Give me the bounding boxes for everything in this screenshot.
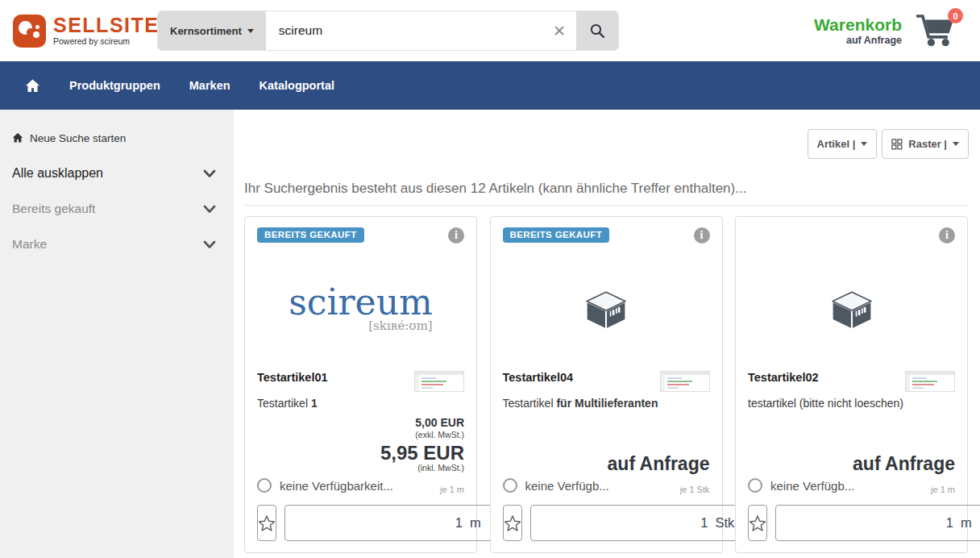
nav-item-produktgruppen[interactable]: Produktgruppen	[69, 79, 160, 92]
quantity-field[interactable]: m	[775, 505, 980, 541]
expand-all-toggle[interactable]: Alle ausklappen	[0, 156, 234, 191]
unit-label: Stk	[716, 515, 735, 531]
view-toolbar: Artikel | Raster |	[244, 129, 969, 159]
cart-label: Warenkorb	[814, 15, 902, 35]
expand-all-label: Alle ausklappen	[12, 166, 103, 181]
view-mode-label: Artikel |	[817, 138, 856, 150]
unit-label: m	[470, 515, 481, 531]
sellsite-logo-icon	[13, 15, 46, 48]
availability-text: keine Verfügb...	[770, 479, 854, 493]
home-icon	[12, 132, 23, 144]
search-scope-label: Kernsortiment	[170, 25, 242, 37]
nav-home[interactable]	[25, 78, 40, 94]
view-mode-button[interactable]: Artikel |	[808, 129, 878, 159]
price-on-request: auf Anfrage	[608, 454, 710, 473]
new-search-link[interactable]: Neue Suche starten	[0, 120, 234, 156]
results-area: Artikel | Raster | Ihr Suchergebnis best…	[234, 110, 980, 558]
package-box-icon	[584, 290, 628, 329]
main-nav: Produktgruppen Marken Katalogportal	[0, 61, 980, 110]
header: SELLSITE Powered by scireum Kernsortimen…	[0, 0, 980, 61]
product-grid: BEREITS GEKAUFT i scireum [skıʀé:ʊm] Tes…	[244, 216, 969, 553]
search-icon	[589, 23, 605, 39]
availability-indicator	[257, 478, 272, 493]
clear-search-button[interactable]: ✕	[542, 11, 576, 50]
product-title[interactable]: Testartikel02	[748, 371, 819, 384]
chevron-down-icon	[203, 204, 216, 214]
product-card[interactable]: i Testartikel02 testartikel (bitte nicht…	[735, 216, 968, 553]
caret-down-icon	[953, 142, 959, 146]
star-icon	[749, 514, 766, 532]
availability-indicator	[503, 478, 517, 493]
price-excl: 5,00 EUR	[415, 416, 464, 429]
price-incl-note: (inkl. MwSt.)	[417, 463, 464, 473]
unit-label: m	[961, 515, 972, 531]
price-block: auf Anfrage	[748, 413, 955, 473]
availability-text: keine Verfügbarkeit...	[280, 479, 393, 493]
availability-indicator	[748, 478, 762, 493]
chevron-down-icon	[203, 169, 216, 178]
info-icon[interactable]: i	[694, 227, 710, 244]
cart-icon[interactable]: 0	[914, 10, 959, 51]
per-unit-label: je 1 m	[440, 485, 464, 495]
favorite-button[interactable]	[748, 505, 767, 541]
filter-label: Bereits gekauft	[12, 202, 95, 216]
product-thumbnail[interactable]	[414, 371, 464, 392]
chevron-down-icon	[203, 239, 216, 249]
divider	[244, 205, 969, 206]
quantity-input[interactable]	[285, 515, 463, 531]
favorite-button[interactable]	[503, 505, 522, 541]
product-subtitle: Testartikel 1	[257, 397, 464, 413]
filter-label: Marke	[12, 237, 47, 252]
layout-mode-button[interactable]: Raster |	[882, 129, 969, 159]
layout-mode-label: Raster |	[908, 138, 947, 150]
results-summary: Ihr Suchergebnis besteht aus diesen 12 A…	[244, 181, 969, 197]
per-unit-label: je 1 m	[931, 485, 955, 495]
cart-count-badge: 0	[948, 8, 963, 23]
availability-text: keine Verfügb...	[525, 479, 609, 493]
product-card[interactable]: BEREITS GEKAUFT i Testartikel04 Testarti…	[490, 216, 723, 553]
quantity-input[interactable]	[531, 515, 708, 531]
brand-name: SELLSITE	[53, 15, 159, 35]
grid-icon	[891, 139, 903, 150]
favorite-button[interactable]	[257, 505, 276, 541]
caret-down-icon	[247, 29, 254, 33]
quantity-input[interactable]	[776, 515, 953, 531]
filter-marke[interactable]: Marke	[0, 227, 234, 262]
logo[interactable]: SELLSITE Powered by scireum	[13, 15, 157, 48]
home-icon	[25, 78, 40, 94]
nav-item-katalogportal[interactable]: Katalogportal	[260, 79, 334, 92]
package-box-icon	[830, 290, 874, 329]
already-purchased-badge: BEREITS GEKAUFT	[503, 227, 610, 243]
price-block: 5,00 EUR (exkl. MwSt.) 5,95 EUR (inkl. M…	[257, 413, 464, 473]
cart-sublabel: auf Anfrage	[814, 35, 902, 46]
product-title[interactable]: Testartikel01	[257, 371, 328, 384]
product-thumbnail[interactable]	[660, 371, 710, 392]
search-input[interactable]	[266, 11, 542, 50]
scireum-logo: scireum [skıʀé:ʊm]	[289, 286, 432, 333]
search-scope-dropdown[interactable]: Kernsortiment	[158, 11, 266, 50]
info-icon[interactable]: i	[448, 227, 464, 244]
price-excl-note: (exkl. MwSt.)	[415, 430, 464, 440]
already-purchased-badge: BEREITS GEKAUFT	[257, 227, 364, 243]
price-incl: 5,95 EUR	[380, 443, 464, 463]
product-card[interactable]: BEREITS GEKAUFT i scireum [skıʀé:ʊm] Tes…	[244, 216, 477, 553]
price-on-request: auf Anfrage	[853, 454, 955, 473]
info-icon[interactable]: i	[939, 227, 955, 244]
product-subtitle: testartikel (bitte nicht loeschen)	[748, 397, 955, 413]
star-icon	[504, 514, 521, 532]
product-thumbnail[interactable]	[905, 371, 955, 392]
per-unit-label: je 1 Stk	[680, 485, 710, 495]
product-image[interactable]	[748, 248, 955, 371]
caret-down-icon	[861, 142, 867, 146]
search-bar: Kernsortiment ✕	[157, 10, 619, 51]
search-button[interactable]	[576, 11, 618, 50]
star-icon	[258, 514, 276, 532]
nav-item-marken[interactable]: Marken	[189, 79, 230, 92]
product-image[interactable]: scireum [skıʀé:ʊm]	[257, 248, 464, 371]
cart-summary[interactable]: Warenkorb auf Anfrage 0	[814, 10, 959, 51]
filter-bereits-gekauft[interactable]: Bereits gekauft	[0, 191, 234, 227]
product-image[interactable]	[503, 248, 710, 371]
new-search-label: Neue Suche starten	[30, 132, 126, 144]
product-title[interactable]: Testartikel04	[503, 371, 574, 384]
price-block: auf Anfrage	[503, 413, 710, 473]
